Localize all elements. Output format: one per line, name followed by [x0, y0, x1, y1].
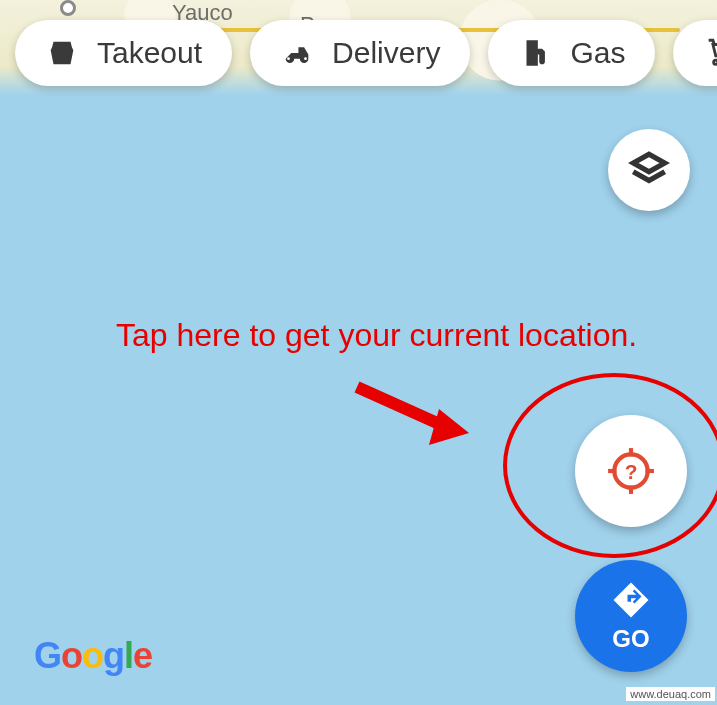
directions-go-button[interactable]: GO	[575, 560, 687, 672]
svg-marker-7	[429, 409, 469, 445]
category-chip-row: Takeout Delivery Gas Groceries	[15, 20, 717, 86]
chip-takeout[interactable]: Takeout	[15, 20, 232, 86]
gas-icon	[518, 36, 552, 70]
moped-icon	[280, 36, 314, 70]
svg-line-6	[357, 387, 446, 427]
my-location-button[interactable]: ?	[575, 415, 687, 527]
map-canvas[interactable]: Yauco Ponce Takeout Delivery Gas Groceri…	[0, 0, 717, 705]
location-crosshair-icon: ?	[606, 446, 656, 496]
annotation-arrow	[351, 373, 471, 453]
chip-label: Delivery	[332, 36, 440, 70]
google-logo: Google	[34, 635, 152, 677]
layers-icon	[628, 149, 670, 191]
layers-button[interactable]	[608, 129, 690, 211]
cart-icon	[703, 36, 717, 70]
chip-label: Gas	[570, 36, 625, 70]
watermark: www.deuaq.com	[626, 687, 715, 701]
map-marker	[60, 0, 76, 16]
annotation-text: Tap here to get your current location.	[116, 316, 637, 354]
directions-icon	[610, 579, 652, 621]
chip-groceries[interactable]: Groceries	[673, 20, 717, 86]
svg-text:?: ?	[625, 460, 638, 483]
chip-label: Takeout	[97, 36, 202, 70]
chip-gas[interactable]: Gas	[488, 20, 655, 86]
go-label: GO	[612, 625, 649, 653]
takeout-icon	[45, 36, 79, 70]
chip-delivery[interactable]: Delivery	[250, 20, 470, 86]
